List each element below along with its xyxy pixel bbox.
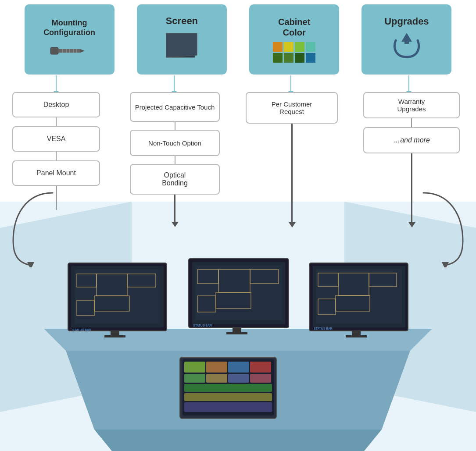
line-mounting-left — [56, 186, 57, 210]
arrow-to-screen — [174, 195, 175, 223]
arrow-mounting — [56, 75, 57, 92]
color-swatches-icon — [273, 42, 315, 63]
option-projected-cap: Projected Capacitive Touch — [130, 92, 220, 122]
option-desktop: Desktop — [12, 92, 100, 117]
svg-rect-58 — [184, 374, 205, 383]
category-cabinet: CabinetColor — [249, 4, 339, 75]
arrow-screen — [174, 75, 175, 92]
option-panel-mount: Panel Mount — [12, 160, 100, 186]
upgrades-label: Upgrades — [384, 16, 429, 27]
svg-rect-29 — [104, 335, 125, 337]
svg-rect-55 — [206, 362, 227, 373]
curved-arrow-right — [415, 188, 467, 267]
arrow-upgrades — [408, 75, 409, 92]
svg-text:STATUS BAR: STATUS BAR — [314, 327, 333, 330]
svg-rect-60 — [228, 374, 249, 383]
svg-text:STATUS BAR: STATUS BAR — [72, 328, 91, 331]
svg-rect-40 — [226, 332, 247, 334]
svg-text:STATUS BAR: STATUS BAR — [193, 324, 212, 327]
svg-rect-43 — [316, 269, 402, 324]
mounting-label: Mounting Configuration — [29, 18, 110, 37]
curved-arrow-left — [9, 188, 61, 267]
option-warranty: WarrantyUpgrades — [363, 92, 460, 118]
arrow-to-cabinet-color — [291, 124, 293, 224]
svg-rect-59 — [206, 374, 227, 383]
category-screen: Screen — [137, 4, 227, 75]
arrow-cabinet — [290, 75, 291, 92]
option-vesa: VESA — [12, 126, 100, 152]
option-optical-bonding: OpticalBonding — [130, 164, 220, 195]
svg-rect-54 — [184, 362, 205, 373]
svg-rect-51 — [346, 335, 367, 337]
svg-rect-61 — [250, 374, 271, 383]
bolt-icon — [50, 41, 89, 60]
background-illustration: STATUS BAR STATUS BAR STATUS BAR — [0, 202, 476, 451]
option-non-touch: Non-Touch Option — [130, 130, 220, 156]
svg-marker-16 — [94, 430, 382, 451]
svg-rect-57 — [250, 362, 271, 373]
svg-marker-7 — [80, 49, 85, 53]
svg-rect-0 — [50, 47, 58, 54]
svg-rect-63 — [184, 393, 272, 401]
svg-rect-62 — [184, 384, 272, 392]
option-and-more: …and more — [363, 127, 460, 153]
category-mounting: Mounting Configuration — [25, 4, 115, 75]
svg-marker-9 — [166, 33, 197, 57]
arrow-to-upgrades — [411, 153, 412, 224]
option-per-customer: Per CustomerRequest — [246, 92, 338, 124]
svg-rect-11 — [404, 39, 409, 44]
cabinet-label: CabinetColor — [278, 17, 310, 38]
upgrade-icon — [389, 31, 424, 63]
screen-label: Screen — [166, 15, 198, 27]
svg-rect-64 — [184, 402, 272, 412]
category-upgrades: Upgrades — [361, 4, 451, 75]
svg-rect-56 — [228, 362, 249, 373]
screen-icon — [162, 31, 201, 64]
